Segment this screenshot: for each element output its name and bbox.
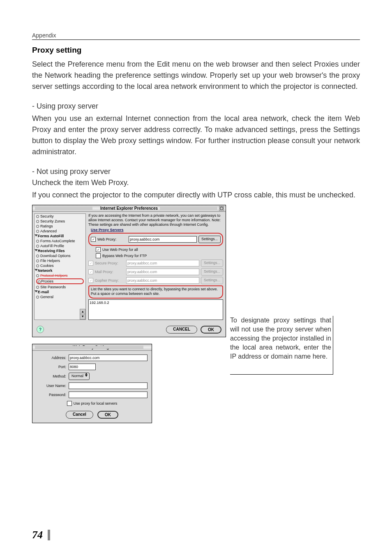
t: . bbox=[127, 178, 129, 187]
sidebar-item-advanced[interactable]: Advanced bbox=[35, 229, 85, 234]
dialog1-sidebar: Security Security Zones Ratings Advanced… bbox=[34, 213, 86, 320]
page-number: 74 bbox=[32, 529, 43, 541]
l: Advanced bbox=[40, 229, 57, 233]
secure-proxy-settings-button[interactable]: Settings... bbox=[201, 259, 223, 267]
kw-proxies: Proxies bbox=[314, 60, 339, 68]
t: heading the preference settings window. … bbox=[32, 71, 360, 90]
address-input[interactable]: proxy.aabbcc.com bbox=[69, 354, 148, 361]
l: Forms AutoFill bbox=[38, 234, 64, 238]
bypass-ftp-label: Bypass Web Proxy for FTP bbox=[102, 254, 147, 258]
page-number-bar bbox=[48, 530, 50, 540]
sidebar-item-forms-autocomplete[interactable]: Forms AutoComplete bbox=[35, 239, 85, 243]
sidebar-group-network[interactable]: Network bbox=[35, 268, 85, 273]
l: Ratings bbox=[40, 224, 53, 228]
dialog2-title: Web Proxy Settings bbox=[73, 345, 111, 350]
notusing-line2: If you connect the projector to the comp… bbox=[32, 190, 360, 201]
dialog1-info: If you are accessing the Internet from a… bbox=[88, 213, 223, 227]
bypass-textarea[interactable]: 192.168.0.2 bbox=[88, 299, 223, 320]
l: Download Options bbox=[40, 254, 71, 258]
username-input[interactable] bbox=[69, 382, 148, 389]
method-label: Method: bbox=[37, 374, 66, 378]
web-proxy-checkbox[interactable]: ✓ bbox=[91, 237, 96, 242]
kw-webproxy2: Web Proxy bbox=[91, 178, 127, 187]
notusing-heading: - Not using proxy server bbox=[32, 167, 360, 176]
l: E-mail bbox=[38, 290, 49, 294]
dialog2-cancel-button[interactable]: Cancel bbox=[66, 411, 93, 419]
port-input[interactable]: 8080 bbox=[69, 364, 96, 370]
dialog1-ok-button[interactable]: OK bbox=[201, 326, 221, 334]
ie-preferences-dialog: Internet Explorer Preferences ▢ Security… bbox=[32, 205, 226, 337]
close-icon[interactable]: ▢ bbox=[219, 206, 224, 211]
sidebar-item-site-passwords[interactable]: Site Passwords bbox=[35, 285, 85, 290]
section-title: Proxy setting bbox=[32, 46, 360, 55]
dialog1-titlebar: Internet Explorer Preferences ▢ bbox=[32, 205, 226, 212]
help-icon[interactable]: ? bbox=[37, 326, 44, 333]
dialog1-main: If you are accessing the Internet from a… bbox=[88, 212, 226, 322]
t: When you use an external Internet connec… bbox=[32, 114, 345, 123]
local-servers-label: Use proxy for local servers bbox=[74, 401, 118, 405]
password-label: Password: bbox=[37, 393, 66, 397]
t: Uncheck the item bbox=[32, 178, 91, 187]
gopher-proxy-input[interactable]: proxy.aabbcc.com bbox=[126, 277, 199, 284]
local-servers-checkbox[interactable] bbox=[67, 401, 72, 406]
mail-proxy-checkbox[interactable]: ✓ bbox=[88, 269, 93, 274]
intro-paragraph: Select the Preference menu from the Edit… bbox=[32, 59, 360, 92]
bypass-info: List the sites you want to connect to di… bbox=[91, 287, 221, 296]
l: File Helpers bbox=[40, 259, 60, 263]
web-proxy-settings-button[interactable]: Settings... bbox=[198, 236, 221, 243]
use-all-checkbox[interactable]: ✓ bbox=[96, 247, 101, 252]
web-proxy-settings-dialog: Web Proxy Settings Address: proxy.aabbcc… bbox=[32, 344, 152, 423]
t: Select the bbox=[32, 60, 68, 68]
notusing-line1: Uncheck the item Web Proxy. bbox=[32, 178, 360, 187]
method-select[interactable]: Normal bbox=[69, 373, 90, 380]
t: button to display the Web proxy settings… bbox=[32, 137, 360, 156]
sidebar-group-forms-autofill[interactable]: Forms AutoFill bbox=[35, 234, 85, 239]
l: Network bbox=[38, 269, 53, 273]
kw-settings: Settings bbox=[333, 125, 360, 134]
scroll-down-icon[interactable]: ▾ bbox=[80, 314, 85, 320]
t: menu from the bbox=[104, 60, 157, 68]
mail-proxy-settings-button[interactable]: Settings... bbox=[201, 268, 223, 276]
l: General bbox=[40, 295, 53, 299]
use-proxy-servers-link[interactable]: Use Proxy Servers bbox=[91, 228, 223, 232]
mail-proxy-label: Mail Proxy: bbox=[95, 270, 125, 274]
gopher-proxy-checkbox[interactable]: ✓ bbox=[88, 278, 93, 283]
side-note: To designate proxy settings that will no… bbox=[230, 316, 333, 375]
l: Site Passwords bbox=[40, 285, 66, 289]
bypass-ftp-checkbox[interactable] bbox=[96, 253, 101, 258]
sidebar-item-proxies[interactable]: Proxies bbox=[36, 278, 84, 284]
mail-proxy-input[interactable]: proxy.aabbcc.com bbox=[126, 269, 199, 275]
address-label: Address: bbox=[37, 356, 66, 360]
sidebar-item-autofill-profile[interactable]: AutoFill Profile bbox=[35, 243, 85, 248]
sidebar-item-cookies[interactable]: Cookies bbox=[35, 263, 85, 268]
sidebar-item-ratings[interactable]: Ratings bbox=[35, 224, 85, 229]
sidebar-item-download-options[interactable]: Download Options bbox=[35, 253, 85, 258]
password-input[interactable] bbox=[69, 392, 148, 398]
sidebar-item-protocol-helpers[interactable]: Protocol Helpers bbox=[35, 273, 85, 278]
dialog2-titlebar: Web Proxy Settings bbox=[32, 344, 152, 351]
page-header: Appendix bbox=[32, 32, 360, 40]
l: Cookies bbox=[40, 264, 54, 268]
sidebar-group-email[interactable]: E-mail bbox=[35, 290, 85, 294]
l: Forms AutoComplete bbox=[40, 239, 75, 243]
kw-network: Network bbox=[45, 71, 72, 79]
t: and enter the proxy server address corre… bbox=[51, 125, 333, 134]
dialog1-cancel-button[interactable]: CANCEL bbox=[166, 326, 197, 334]
sidebar-item-security[interactable]: Security bbox=[35, 214, 85, 219]
sidebar-item-security-zones[interactable]: Security Zones bbox=[35, 219, 85, 224]
sidebar-group-receiving-files[interactable]: Receiving Files bbox=[35, 248, 85, 253]
secure-proxy-checkbox[interactable]: ✓ bbox=[88, 261, 93, 266]
sidebar-item-general[interactable]: General bbox=[35, 294, 85, 299]
gopher-proxy-label: Gopher Proxy: bbox=[95, 278, 125, 283]
secure-proxy-input[interactable]: proxy.aabbcc.com bbox=[126, 260, 199, 266]
web-proxy-input[interactable]: proxy.aabbcc.com bbox=[129, 236, 197, 243]
kw-edit: Edit bbox=[157, 60, 170, 68]
using-heading: - Using proxy server bbox=[32, 102, 360, 111]
secure-proxy-label: Secure Proxy: bbox=[95, 261, 125, 265]
sidebar-item-file-helpers[interactable]: File Helpers bbox=[35, 258, 85, 263]
gopher-proxy-settings-button[interactable]: Settings... bbox=[201, 277, 223, 284]
bypass-highlight: List the sites you want to connect to di… bbox=[88, 285, 223, 299]
kw-preference: Preference bbox=[68, 60, 104, 68]
dialog2-ok-button[interactable]: OK bbox=[97, 411, 118, 419]
l: AutoFill Profile bbox=[40, 244, 64, 248]
